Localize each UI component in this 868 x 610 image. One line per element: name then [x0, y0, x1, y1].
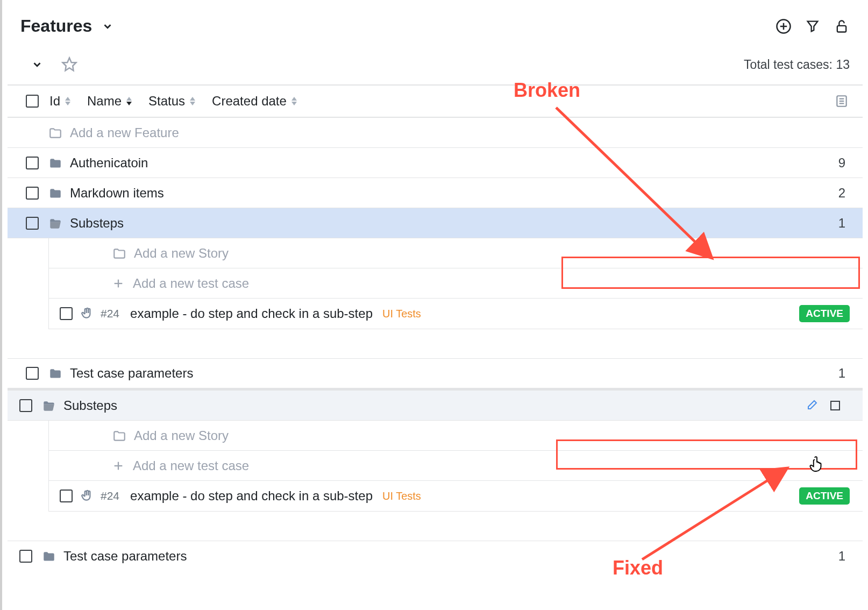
- folder-outline-icon: [48, 126, 61, 139]
- add-story-label: Add a new Story: [134, 428, 229, 443]
- col-id[interactable]: Id: [49, 94, 71, 109]
- feature-row-substeps-broken[interactable]: Substeps 1: [8, 208, 863, 238]
- sort-icon: [65, 97, 71, 105]
- row-label: Substeps: [70, 216, 124, 231]
- row-count: 2: [838, 186, 850, 201]
- row-count: 9: [838, 155, 850, 171]
- svg-marker-11: [190, 97, 195, 101]
- row-label: Markdown items: [70, 186, 164, 201]
- feature-row-tcparams-1[interactable]: Test case parameters 1: [8, 358, 863, 388]
- page-header: Features: [8, 0, 863, 44]
- row-checkbox[interactable]: [19, 399, 32, 412]
- add-feature-row[interactable]: Add a new Feature: [8, 118, 863, 148]
- folder-icon: [48, 157, 61, 169]
- plus-icon: [112, 460, 124, 472]
- highlight-box-broken: [561, 257, 860, 289]
- sort-icon: [291, 97, 297, 105]
- row-count: 1: [838, 549, 850, 564]
- svg-marker-14: [291, 102, 297, 105]
- annotation-fixed: Fixed: [613, 557, 663, 579]
- folder-outline-icon: [112, 247, 125, 260]
- testcase-id: #24: [101, 490, 119, 502]
- filter-icon[interactable]: [805, 18, 821, 34]
- add-feature-label: Add a new Feature: [70, 125, 179, 140]
- feature-row-substeps-fixed[interactable]: Substeps: [8, 391, 863, 421]
- page-title: Features: [20, 16, 92, 36]
- testcase-id: #24: [101, 307, 119, 320]
- add-story-label: Add a new Story: [134, 246, 229, 261]
- row-checkbox[interactable]: [26, 367, 39, 380]
- row-checkbox[interactable]: [60, 307, 73, 320]
- sort-icon: [189, 97, 196, 105]
- folder-icon: [48, 187, 61, 200]
- folder-outline-icon: [112, 429, 125, 442]
- row-label: Test case parameters: [70, 366, 193, 381]
- svg-marker-7: [65, 97, 70, 101]
- unlock-icon[interactable]: [834, 18, 850, 34]
- highlight-box-fixed: [556, 439, 857, 470]
- row-checkbox[interactable]: [26, 187, 39, 200]
- svg-marker-9: [126, 97, 132, 101]
- col-status[interactable]: Status: [148, 94, 196, 109]
- testcase-row[interactable]: #24 example - do step and check in a sub…: [48, 299, 863, 329]
- column-headers: Id Name Status Created date: [8, 84, 863, 118]
- row-label: Authenicatoin: [70, 155, 148, 171]
- row-count: 1: [838, 216, 850, 231]
- add-testcase-label: Add a new test case: [133, 276, 249, 291]
- folder-icon: [42, 550, 55, 563]
- sort-icon: [126, 97, 132, 105]
- col-name[interactable]: Name: [87, 94, 132, 109]
- folder-icon: [48, 367, 61, 380]
- feature-row-tcparams-2[interactable]: Test case parameters 1: [8, 541, 863, 571]
- row-count: 1: [838, 366, 850, 381]
- feature-row-auth[interactable]: Authenicatoin 9: [8, 148, 863, 178]
- plus-icon: [112, 278, 124, 289]
- expand-icon[interactable]: [827, 398, 843, 414]
- testcase-name: example - do step and check in a sub-ste…: [130, 306, 373, 321]
- annotation-broken: Broken: [514, 79, 580, 102]
- row-checkbox[interactable]: [26, 217, 39, 230]
- testcase-row-2[interactable]: #24 example - do step and check in a sub…: [48, 481, 863, 512]
- columns-settings-icon[interactable]: [834, 93, 850, 109]
- col-created[interactable]: Created date: [212, 94, 297, 109]
- status-badge: ACTIVE: [799, 305, 850, 322]
- testcase-tag: UI Tests: [382, 490, 421, 502]
- svg-rect-21: [831, 401, 839, 410]
- star-icon[interactable]: [61, 56, 77, 73]
- select-all-checkbox[interactable]: [26, 95, 39, 108]
- edit-icon[interactable]: [803, 398, 820, 414]
- folder-open-icon: [48, 217, 61, 230]
- manual-hand-icon: [80, 307, 94, 321]
- svg-marker-13: [291, 97, 297, 101]
- status-badge: ACTIVE: [799, 487, 850, 505]
- svg-marker-8: [65, 102, 70, 105]
- add-testcase-label: Add a new test case: [133, 458, 249, 473]
- feature-row-markdown[interactable]: Markdown items 2: [8, 178, 863, 208]
- svg-rect-5: [837, 25, 846, 32]
- manual-hand-icon: [80, 489, 94, 503]
- svg-marker-10: [126, 102, 132, 105]
- total-cases: Total test cases: 13: [744, 58, 850, 72]
- folder-open-icon: [42, 399, 55, 412]
- row-checkbox[interactable]: [60, 490, 73, 502]
- svg-marker-12: [190, 102, 195, 105]
- subheader: Total test cases: 13: [8, 44, 863, 84]
- svg-marker-6: [63, 58, 76, 71]
- row-checkbox[interactable]: [19, 550, 32, 563]
- testcase-tag: UI Tests: [382, 308, 421, 320]
- add-icon[interactable]: [775, 18, 792, 34]
- chevron-down-icon[interactable]: [99, 18, 116, 34]
- row-label: Test case parameters: [63, 549, 187, 564]
- row-label: Substeps: [63, 398, 117, 413]
- collapse-chevron-icon[interactable]: [29, 56, 45, 73]
- row-checkbox[interactable]: [26, 157, 39, 169]
- testcase-name: example - do step and check in a sub-ste…: [130, 488, 373, 503]
